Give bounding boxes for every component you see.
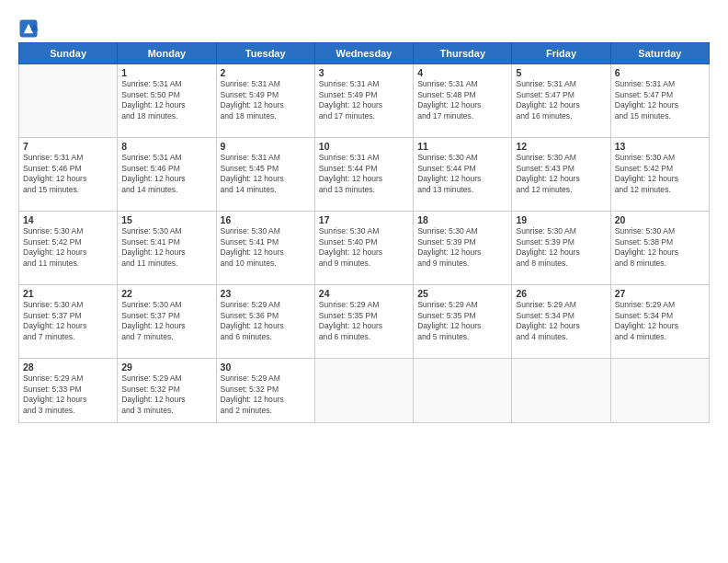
calendar-cell: 13Sunrise: 5:30 AM Sunset: 5:42 PM Dayli… bbox=[610, 138, 709, 212]
day-number: 17 bbox=[319, 214, 409, 225]
day-info: Sunrise: 5:30 AM Sunset: 5:44 PM Dayligh… bbox=[417, 153, 507, 195]
day-of-week-header: Saturday bbox=[610, 43, 709, 64]
calendar-cell: 15Sunrise: 5:30 AM Sunset: 5:41 PM Dayli… bbox=[118, 212, 216, 285]
calendar-cell: 10Sunrise: 5:31 AM Sunset: 5:44 PM Dayli… bbox=[314, 138, 413, 212]
day-info: Sunrise: 5:30 AM Sunset: 5:37 PM Dayligh… bbox=[23, 300, 113, 342]
day-info: Sunrise: 5:29 AM Sunset: 5:35 PM Dayligh… bbox=[319, 300, 409, 342]
day-number: 20 bbox=[615, 214, 705, 225]
calendar-cell: 28Sunrise: 5:29 AM Sunset: 5:33 PM Dayli… bbox=[19, 359, 118, 423]
day-info: Sunrise: 5:30 AM Sunset: 5:39 PM Dayligh… bbox=[516, 226, 606, 269]
day-number: 6 bbox=[615, 67, 705, 78]
calendar-cell: 11Sunrise: 5:30 AM Sunset: 5:44 PM Dayli… bbox=[414, 138, 512, 212]
calendar-week-row: 1Sunrise: 5:31 AM Sunset: 5:50 PM Daylig… bbox=[19, 64, 710, 138]
day-info: Sunrise: 5:31 AM Sunset: 5:44 PM Dayligh… bbox=[319, 153, 409, 195]
day-number: 28 bbox=[23, 362, 113, 373]
calendar-cell: 16Sunrise: 5:30 AM Sunset: 5:41 PM Dayli… bbox=[216, 212, 314, 285]
day-info: Sunrise: 5:31 AM Sunset: 5:47 PM Dayligh… bbox=[516, 79, 606, 121]
day-info: Sunrise: 5:31 AM Sunset: 5:46 PM Dayligh… bbox=[23, 153, 113, 195]
day-info: Sunrise: 5:30 AM Sunset: 5:42 PM Dayligh… bbox=[615, 153, 705, 195]
day-of-week-header: Thursday bbox=[414, 43, 512, 64]
calendar-header-row: SundayMondayTuesdayWednesdayThursdayFrid… bbox=[19, 43, 710, 64]
calendar-table: SundayMondayTuesdayWednesdayThursdayFrid… bbox=[18, 42, 710, 423]
calendar-cell: 1Sunrise: 5:31 AM Sunset: 5:50 PM Daylig… bbox=[118, 64, 216, 138]
calendar-cell: 8Sunrise: 5:31 AM Sunset: 5:46 PM Daylig… bbox=[118, 138, 216, 212]
day-number: 2 bbox=[221, 67, 311, 78]
day-info: Sunrise: 5:29 AM Sunset: 5:33 PM Dayligh… bbox=[23, 373, 113, 416]
day-info: Sunrise: 5:29 AM Sunset: 5:35 PM Dayligh… bbox=[417, 300, 507, 342]
calendar-cell bbox=[610, 359, 709, 423]
day-number: 21 bbox=[23, 288, 113, 299]
calendar-cell: 22Sunrise: 5:30 AM Sunset: 5:37 PM Dayli… bbox=[118, 285, 216, 359]
calendar-cell: 26Sunrise: 5:29 AM Sunset: 5:34 PM Dayli… bbox=[512, 285, 610, 359]
day-info: Sunrise: 5:29 AM Sunset: 5:34 PM Dayligh… bbox=[615, 300, 705, 342]
day-number: 29 bbox=[121, 362, 211, 373]
calendar-week-row: 14Sunrise: 5:30 AM Sunset: 5:42 PM Dayli… bbox=[19, 212, 710, 285]
day-number: 12 bbox=[516, 141, 606, 152]
day-number: 26 bbox=[516, 288, 606, 299]
calendar-cell: 5Sunrise: 5:31 AM Sunset: 5:47 PM Daylig… bbox=[512, 64, 610, 138]
day-info: Sunrise: 5:29 AM Sunset: 5:32 PM Dayligh… bbox=[221, 373, 311, 416]
calendar-cell: 9Sunrise: 5:31 AM Sunset: 5:45 PM Daylig… bbox=[216, 138, 314, 212]
day-number: 23 bbox=[221, 288, 311, 299]
day-number: 30 bbox=[221, 362, 311, 373]
day-number: 27 bbox=[615, 288, 705, 299]
calendar-cell: 19Sunrise: 5:30 AM Sunset: 5:39 PM Dayli… bbox=[512, 212, 610, 285]
day-info: Sunrise: 5:31 AM Sunset: 5:47 PM Dayligh… bbox=[615, 79, 705, 121]
calendar-cell: 20Sunrise: 5:30 AM Sunset: 5:38 PM Dayli… bbox=[610, 212, 709, 285]
calendar-cell: 12Sunrise: 5:30 AM Sunset: 5:43 PM Dayli… bbox=[512, 138, 610, 212]
calendar-cell bbox=[314, 359, 413, 423]
day-info: Sunrise: 5:31 AM Sunset: 5:49 PM Dayligh… bbox=[221, 79, 311, 121]
day-of-week-header: Friday bbox=[512, 43, 610, 64]
calendar-cell: 4Sunrise: 5:31 AM Sunset: 5:48 PM Daylig… bbox=[414, 64, 512, 138]
day-number: 18 bbox=[417, 214, 507, 225]
day-number: 7 bbox=[23, 141, 113, 152]
logo-icon bbox=[18, 18, 39, 39]
calendar-week-row: 28Sunrise: 5:29 AM Sunset: 5:33 PM Dayli… bbox=[19, 359, 710, 423]
day-number: 25 bbox=[417, 288, 507, 299]
day-number: 4 bbox=[417, 67, 507, 78]
calendar-cell bbox=[19, 64, 118, 138]
day-number: 14 bbox=[23, 214, 113, 225]
calendar-cell: 14Sunrise: 5:30 AM Sunset: 5:42 PM Dayli… bbox=[19, 212, 118, 285]
day-info: Sunrise: 5:30 AM Sunset: 5:40 PM Dayligh… bbox=[319, 226, 409, 269]
day-info: Sunrise: 5:29 AM Sunset: 5:34 PM Dayligh… bbox=[516, 300, 606, 342]
calendar-cell: 25Sunrise: 5:29 AM Sunset: 5:35 PM Dayli… bbox=[414, 285, 512, 359]
calendar-cell: 29Sunrise: 5:29 AM Sunset: 5:32 PM Dayli… bbox=[118, 359, 216, 423]
calendar-cell: 30Sunrise: 5:29 AM Sunset: 5:32 PM Dayli… bbox=[216, 359, 314, 423]
day-info: Sunrise: 5:30 AM Sunset: 5:37 PM Dayligh… bbox=[121, 300, 211, 342]
day-info: Sunrise: 5:31 AM Sunset: 5:49 PM Dayligh… bbox=[319, 79, 409, 121]
day-number: 22 bbox=[121, 288, 211, 299]
day-of-week-header: Wednesday bbox=[314, 43, 413, 64]
header bbox=[18, 15, 710, 39]
calendar-cell: 17Sunrise: 5:30 AM Sunset: 5:40 PM Dayli… bbox=[314, 212, 413, 285]
calendar-cell: 18Sunrise: 5:30 AM Sunset: 5:39 PM Dayli… bbox=[414, 212, 512, 285]
calendar-cell bbox=[512, 359, 610, 423]
calendar-cell: 3Sunrise: 5:31 AM Sunset: 5:49 PM Daylig… bbox=[314, 64, 413, 138]
day-info: Sunrise: 5:30 AM Sunset: 5:43 PM Dayligh… bbox=[516, 153, 606, 195]
page: SundayMondayTuesdayWednesdayThursdayFrid… bbox=[0, 0, 728, 563]
calendar-cell: 23Sunrise: 5:29 AM Sunset: 5:36 PM Dayli… bbox=[216, 285, 314, 359]
day-info: Sunrise: 5:29 AM Sunset: 5:32 PM Dayligh… bbox=[121, 373, 211, 416]
day-info: Sunrise: 5:31 AM Sunset: 5:48 PM Dayligh… bbox=[417, 79, 507, 121]
calendar-cell: 7Sunrise: 5:31 AM Sunset: 5:46 PM Daylig… bbox=[19, 138, 118, 212]
day-number: 5 bbox=[516, 67, 606, 78]
day-number: 3 bbox=[319, 67, 409, 78]
calendar-week-row: 21Sunrise: 5:30 AM Sunset: 5:37 PM Dayli… bbox=[19, 285, 710, 359]
day-info: Sunrise: 5:31 AM Sunset: 5:50 PM Dayligh… bbox=[121, 79, 211, 121]
day-info: Sunrise: 5:30 AM Sunset: 5:41 PM Dayligh… bbox=[221, 226, 311, 269]
day-of-week-header: Tuesday bbox=[216, 43, 314, 64]
day-number: 16 bbox=[221, 214, 311, 225]
calendar-cell: 24Sunrise: 5:29 AM Sunset: 5:35 PM Dayli… bbox=[314, 285, 413, 359]
day-number: 13 bbox=[615, 141, 705, 152]
day-number: 1 bbox=[121, 67, 211, 78]
calendar-cell: 6Sunrise: 5:31 AM Sunset: 5:47 PM Daylig… bbox=[610, 64, 709, 138]
day-info: Sunrise: 5:31 AM Sunset: 5:45 PM Dayligh… bbox=[221, 153, 311, 195]
calendar-cell: 27Sunrise: 5:29 AM Sunset: 5:34 PM Dayli… bbox=[610, 285, 709, 359]
logo bbox=[18, 18, 41, 39]
day-info: Sunrise: 5:30 AM Sunset: 5:42 PM Dayligh… bbox=[23, 226, 113, 269]
day-info: Sunrise: 5:30 AM Sunset: 5:38 PM Dayligh… bbox=[615, 226, 705, 269]
calendar-cell: 21Sunrise: 5:30 AM Sunset: 5:37 PM Dayli… bbox=[19, 285, 118, 359]
calendar-week-row: 7Sunrise: 5:31 AM Sunset: 5:46 PM Daylig… bbox=[19, 138, 710, 212]
day-of-week-header: Sunday bbox=[19, 43, 118, 64]
day-number: 10 bbox=[319, 141, 409, 152]
